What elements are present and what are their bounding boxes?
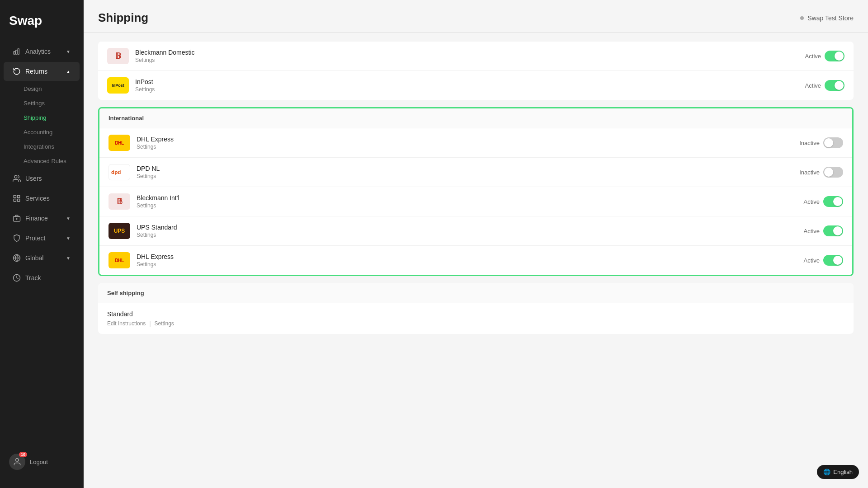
carrier-settings-link[interactable]: Settings [135,57,805,63]
bleckmann-domestic-logo: 𝔹 [107,48,129,64]
carrier-settings-link[interactable]: Settings [137,144,799,150]
international-header: International [99,108,852,128]
settings-link[interactable]: Settings [155,320,174,327]
carrier-settings-link[interactable]: Settings [137,173,799,179]
carrier-name: InPost [135,78,805,85]
domestic-section: 𝔹 Bleckmann Domestic Settings Active InP… [98,42,854,100]
bleckmann-intl-logo: 𝔹 [108,193,130,210]
svg-rect-5 [18,195,20,197]
sidebar: Swap Analytics ▼ Returns ▲ Design Settin… [0,0,84,488]
finance-icon [13,214,21,222]
sidebar-subitem-settings[interactable]: Settings [16,96,80,110]
returns-chevron: ▲ [66,69,71,74]
svg-text:dpd: dpd [111,169,121,175]
carrier-info-ups: UPS Standard Settings [137,224,804,238]
toggle-inpost[interactable] [825,80,844,91]
services-label: Services [25,195,50,202]
sidebar-item-analytics[interactable]: Analytics ▼ [4,42,80,61]
sidebar-item-finance[interactable]: Finance ▼ [4,209,80,228]
sidebar-subitem-integrations[interactable]: Integrations [16,140,80,154]
finance-chevron: ▼ [66,216,71,221]
dhl-logo-2: DHL [108,252,130,268]
carrier-settings-link[interactable]: Settings [137,261,804,267]
language-selector[interactable]: 🌐 English [817,465,859,479]
analytics-chevron: ▼ [66,49,71,54]
edit-instructions-link[interactable]: Edit Instructions [107,320,146,327]
dhl-logo-1: DHL [108,135,130,151]
carrier-status-ups: Active [804,225,843,236]
store-selector[interactable]: Swap Test Store [800,14,854,22]
svg-point-3 [14,175,17,178]
sidebar-item-users[interactable]: Users [4,169,80,188]
carrier-row-inpost: InPost InPost Settings Active [98,71,854,100]
finance-label: Finance [25,215,48,222]
toggle-bleckmann-domestic[interactable] [825,51,844,61]
carrier-row-bleckmann-domestic: 𝔹 Bleckmann Domestic Settings Active [98,42,854,71]
carrier-name: Bleckmann Int'l [137,194,804,202]
toggle-bleckmann-intl[interactable] [823,196,843,207]
content-area: 𝔹 Bleckmann Domestic Settings Active InP… [84,33,868,488]
carrier-name: DHL Express [137,136,799,143]
sidebar-item-services[interactable]: Services [4,189,80,208]
sidebar-subitem-design[interactable]: Design [16,82,80,96]
chart-icon [13,47,21,56]
self-shipping-section: Self shipping Standard Edit Instructions… [98,283,854,334]
carrier-settings-link[interactable]: Settings [137,202,804,209]
sidebar-item-global[interactable]: Global ▼ [4,249,80,267]
globe-icon: 🌐 [823,469,830,475]
protect-label: Protect [25,235,45,242]
language-label: English [833,469,853,475]
international-section: International DHL DHL Express Settings I… [98,107,854,276]
sidebar-user[interactable]: 10 Logout [0,449,83,474]
carrier-info-dhl-2: DHL Express Settings [137,253,804,267]
link-separator: | [149,320,151,327]
services-icon [13,194,21,202]
carrier-name: UPS Standard [137,224,804,231]
svg-rect-1 [16,50,17,54]
svg-rect-4 [14,195,16,197]
sidebar-item-track[interactable]: Track [4,268,80,287]
sidebar-item-protect[interactable]: Protect ▼ [4,229,80,248]
status-label: Active [804,198,820,205]
carrier-row-dhl-express-2: DHL DHL Express Settings Active [99,246,852,275]
sidebar-item-returns[interactable]: Returns ▲ [4,62,80,81]
store-name: Swap Test Store [807,14,854,22]
self-shipping-header: Self shipping [98,283,854,303]
app-logo: Swap [0,9,83,42]
carrier-info-inpost: InPost Settings [135,78,805,93]
toggle-dpd[interactable] [823,167,843,178]
sidebar-subitem-advanced-rules[interactable]: Advanced Rules [16,154,80,168]
returns-submenu: Design Settings Shipping Accounting Inte… [0,81,83,169]
carrier-status-dhl-2: Active [804,255,843,266]
notification-badge: 10 [19,452,27,457]
svg-rect-2 [18,49,19,54]
carrier-row-dhl-express-1: DHL DHL Express Settings Inactive [99,128,852,158]
carrier-status-bleckmann-intl: Active [804,196,843,207]
toggle-dhl-1[interactable] [823,137,843,148]
logout-label[interactable]: Logout [30,459,48,465]
carrier-status-inpost: Active [805,80,844,91]
carrier-info-bleckmann-domestic: Bleckmann Domestic Settings [135,49,805,63]
status-label: Active [805,82,821,89]
carrier-name: DPD NL [137,165,799,172]
status-label: Active [804,228,820,235]
carrier-name: Bleckmann Domestic [135,49,805,56]
carrier-row-bleckmann-intl: 𝔹 Bleckmann Int'l Settings Active [99,187,852,216]
avatar: 10 [9,454,25,470]
carrier-status-dhl-1: Inactive [799,137,843,148]
carrier-info-dpd: DPD NL Settings [137,165,799,179]
carrier-settings-link[interactable]: Settings [137,232,804,238]
global-chevron: ▼ [66,256,71,261]
toggle-dhl-2[interactable] [823,255,843,266]
sidebar-subitem-accounting[interactable]: Accounting [16,125,80,139]
svg-point-14 [16,459,19,462]
sidebar-subitem-shipping[interactable]: Shipping [16,111,80,125]
analytics-label: Analytics [25,48,51,55]
store-dot [800,16,804,20]
page-title: Shipping [98,11,148,25]
carrier-name: DHL Express [137,253,804,260]
carrier-settings-link[interactable]: Settings [135,86,805,93]
toggle-ups[interactable] [823,225,843,236]
standard-links: Edit Instructions | Settings [107,320,844,327]
returns-label: Returns [25,68,47,75]
